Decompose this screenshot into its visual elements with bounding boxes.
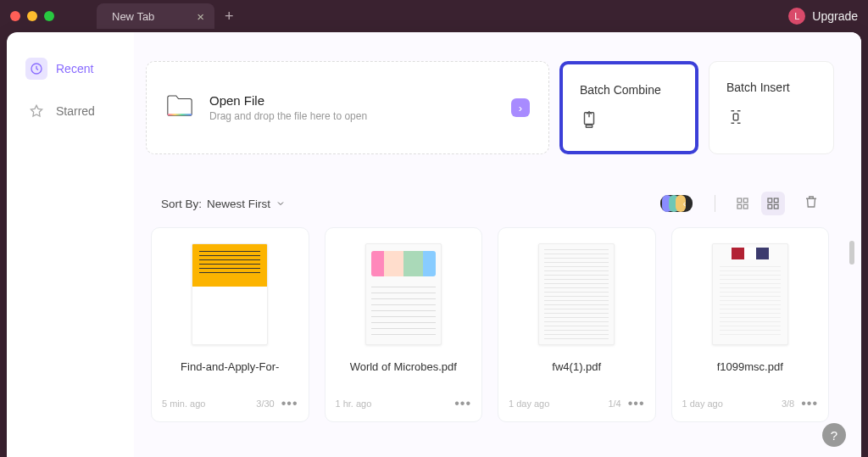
open-file-arrow[interactable]: › xyxy=(511,98,530,117)
sidebar-item-starred[interactable]: Starred xyxy=(19,93,122,129)
browser-tab[interactable]: New Tab × xyxy=(97,3,214,29)
sort-by-dropdown[interactable]: Sort By: Newest First xyxy=(161,198,286,210)
file-name: fw4(1).pdf xyxy=(552,360,601,389)
batch-combine-label: Batch Combine xyxy=(580,83,678,97)
chevron-left-icon: ‹ xyxy=(683,199,686,209)
file-name: f1099msc.pdf xyxy=(717,360,783,389)
sidebar-item-label: Recent xyxy=(56,62,93,75)
sort-by-value: Newest First xyxy=(207,198,270,210)
upgrade-button[interactable]: L Upgrade xyxy=(788,8,858,25)
batch-insert-label: Batch Insert xyxy=(726,81,816,94)
file-pages: 3/8 xyxy=(782,398,794,409)
avatar: L xyxy=(788,8,805,25)
clock-icon xyxy=(25,58,47,80)
sidebar-item-recent[interactable]: Recent xyxy=(19,51,122,86)
view-grid-button[interactable] xyxy=(761,192,785,215)
file-card[interactable]: fw4(1).pdf 1 day ago 1/4 ••• xyxy=(498,227,656,422)
svg-rect-9 xyxy=(768,198,772,203)
maximize-window[interactable] xyxy=(44,11,54,21)
tab-title: New Tab xyxy=(112,10,154,23)
file-more-button[interactable]: ••• xyxy=(628,396,645,411)
separator xyxy=(715,195,715,212)
svg-rect-10 xyxy=(774,198,778,203)
minimize-window[interactable] xyxy=(27,11,37,21)
file-more-button[interactable]: ••• xyxy=(454,396,471,411)
file-more-button[interactable]: ••• xyxy=(281,396,298,411)
svg-rect-7 xyxy=(737,204,742,209)
svg-rect-11 xyxy=(768,204,772,209)
svg-rect-3 xyxy=(586,125,592,127)
sidebar-item-label: Starred xyxy=(56,104,95,118)
svg-rect-5 xyxy=(737,198,742,203)
svg-rect-8 xyxy=(743,204,748,209)
file-time: 1 day ago xyxy=(682,398,723,409)
file-more-button[interactable]: ••• xyxy=(801,396,818,411)
svg-rect-12 xyxy=(774,204,778,209)
view-list-button[interactable] xyxy=(731,192,754,215)
file-pages: 1/4 xyxy=(608,398,620,409)
sidebar: Recent Starred xyxy=(7,32,134,457)
new-tab-button[interactable]: + xyxy=(225,8,234,25)
help-button[interactable]: ? xyxy=(822,423,846,447)
file-thumbnail xyxy=(538,243,615,345)
file-name: Find-and-Apply-For- xyxy=(181,360,279,389)
close-window[interactable] xyxy=(10,11,20,21)
file-thumbnail xyxy=(712,243,788,345)
batch-insert-card[interactable]: Batch Insert xyxy=(709,61,834,154)
upgrade-label: Upgrade xyxy=(812,9,858,23)
open-file-card[interactable]: Open File Drag and drop the file here to… xyxy=(146,61,549,154)
file-time: 1 hr. ago xyxy=(336,398,372,409)
file-card[interactable]: Find-and-Apply-For- 5 min. ago 3/30 ••• xyxy=(151,227,309,422)
file-card[interactable]: f1099msc.pdf 1 day ago 3/8 ••• xyxy=(671,227,830,422)
star-icon xyxy=(25,100,47,122)
svg-rect-1 xyxy=(168,114,192,115)
window-controls[interactable] xyxy=(10,11,54,21)
chevron-down-icon xyxy=(275,198,286,209)
close-tab-icon[interactable]: × xyxy=(197,9,204,24)
file-card[interactable]: World of Microbes.pdf 1 hr. ago ••• xyxy=(325,227,483,422)
combine-icon xyxy=(580,110,678,132)
svg-rect-6 xyxy=(743,198,748,203)
color-filter-toggle[interactable]: ‹ xyxy=(660,195,693,212)
open-file-title: Open File xyxy=(209,93,367,108)
trash-button[interactable] xyxy=(804,194,819,213)
file-thumbnail xyxy=(365,243,442,345)
open-file-subtitle: Drag and drop the file here to open xyxy=(209,110,367,122)
file-name: World of Microbes.pdf xyxy=(350,360,457,389)
folder-icon xyxy=(165,92,194,124)
file-pages: 3/30 xyxy=(256,398,274,409)
insert-icon xyxy=(726,108,816,130)
scrollbar[interactable] xyxy=(849,241,854,265)
file-time: 1 day ago xyxy=(509,398,549,409)
svg-rect-4 xyxy=(733,114,738,120)
batch-combine-card[interactable]: Batch Combine xyxy=(559,61,698,154)
sort-by-label: Sort By: xyxy=(161,198,202,210)
file-thumbnail xyxy=(192,243,268,345)
file-time: 5 min. ago xyxy=(162,398,205,409)
